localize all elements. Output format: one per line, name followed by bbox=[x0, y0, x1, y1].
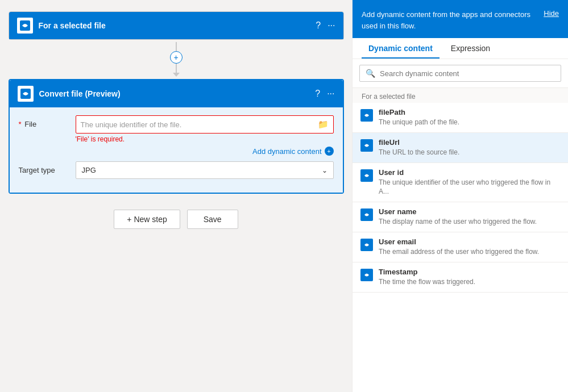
flow-canvas: For a selected file ? ··· + bbox=[0, 0, 352, 392]
file-input-placeholder: The unique identifier of the file. bbox=[81, 120, 318, 129]
item-icon bbox=[360, 269, 373, 281]
connector-line-1 bbox=[176, 42, 177, 51]
trigger-icon bbox=[17, 18, 33, 34]
file-picker-icon[interactable]: 📁 bbox=[318, 119, 329, 130]
convert-icon bbox=[18, 86, 34, 102]
item-icon bbox=[360, 208, 373, 221]
item-name: fileUrl bbox=[379, 138, 459, 147]
trigger-help-icon[interactable]: ? bbox=[316, 20, 321, 31]
panel-header-text: Add dynamic content from the apps and co… bbox=[362, 9, 537, 31]
trigger-card[interactable]: For a selected file ? ··· bbox=[9, 11, 344, 40]
convert-actions: ? ··· bbox=[315, 89, 334, 99]
item-name: User email bbox=[379, 237, 539, 246]
file-label: * File bbox=[19, 115, 76, 128]
panel-hide-button[interactable]: Hide bbox=[544, 9, 559, 18]
item-name: filePath bbox=[379, 108, 459, 116]
right-panel: Add dynamic content from the apps and co… bbox=[352, 0, 568, 392]
item-name: Timestamp bbox=[379, 268, 475, 276]
connector-1: + bbox=[170, 42, 183, 77]
item-name: User id bbox=[379, 168, 560, 177]
convert-body: * File The unique identifier of the file… bbox=[10, 107, 343, 193]
trigger-title: For a selected file bbox=[39, 21, 316, 30]
file-field-wrap: The unique identifier of the file. 📁 'Fi… bbox=[76, 115, 334, 156]
trigger-actions: ? ··· bbox=[316, 20, 335, 31]
bottom-actions: + New step Save bbox=[114, 210, 238, 229]
convert-header: Convert file (Preview) ? ··· bbox=[10, 80, 343, 107]
item-description: The unique path of the file. bbox=[379, 118, 459, 127]
item-description: The time the flow was triggered. bbox=[379, 277, 475, 287]
file-error: 'File' is required. bbox=[76, 135, 334, 143]
target-label: Target type bbox=[19, 161, 76, 174]
item-icon bbox=[360, 139, 373, 152]
dynamic-content-plus: + bbox=[325, 147, 334, 156]
target-chevron-icon: ⌄ bbox=[322, 166, 327, 174]
item-description: The display name of the user who trigger… bbox=[379, 217, 537, 227]
item-description: The email address of the user who trigge… bbox=[379, 247, 539, 257]
add-dynamic-content-link[interactable]: Add dynamic content + bbox=[76, 147, 334, 156]
dynamic-item[interactable]: filePath The unique path of the file. bbox=[353, 103, 568, 133]
target-select[interactable]: JPG ⌄ bbox=[76, 161, 334, 179]
dynamic-item[interactable]: Timestamp The time the flow was triggere… bbox=[353, 262, 568, 293]
trigger-more-icon[interactable]: ··· bbox=[327, 20, 335, 31]
tab-expression[interactable]: Expression bbox=[444, 38, 497, 59]
dynamic-items-list: filePath The unique path of the file. fi… bbox=[353, 103, 568, 392]
convert-help-icon[interactable]: ? bbox=[315, 89, 320, 99]
tab-dynamic-content[interactable]: Dynamic content bbox=[362, 38, 440, 59]
dynamic-item[interactable]: User email The email address of the user… bbox=[353, 232, 568, 262]
dynamic-item[interactable]: fileUrl The URL to the source file. bbox=[353, 133, 568, 163]
required-star: * bbox=[19, 120, 22, 128]
search-input[interactable] bbox=[380, 69, 555, 78]
convert-title: Convert file (Preview) bbox=[39, 89, 316, 98]
search-box[interactable]: 🔍 bbox=[359, 65, 561, 82]
convert-card[interactable]: Convert file (Preview) ? ··· * File The … bbox=[9, 79, 344, 194]
panel-header: Add dynamic content from the apps and co… bbox=[353, 0, 568, 38]
item-description: The URL to the source file. bbox=[379, 148, 459, 157]
target-field-wrap: JPG ⌄ bbox=[76, 161, 334, 179]
item-icon bbox=[360, 109, 373, 122]
new-step-button[interactable]: + New step bbox=[114, 210, 180, 229]
dynamic-item[interactable]: User id The unique identifier of the use… bbox=[353, 163, 568, 203]
search-icon: 🔍 bbox=[366, 69, 375, 78]
connector-line-2 bbox=[176, 64, 177, 73]
target-row: Target type JPG ⌄ bbox=[19, 161, 334, 179]
item-icon bbox=[360, 169, 373, 182]
section-label: For a selected file bbox=[353, 88, 568, 103]
convert-more-icon[interactable]: ··· bbox=[327, 89, 334, 99]
item-name: User name bbox=[379, 207, 537, 216]
connector-arrow bbox=[173, 73, 180, 77]
dynamic-item[interactable]: User name The display name of the user w… bbox=[353, 202, 568, 232]
item-description: The unique identifier of the user who tr… bbox=[379, 178, 560, 197]
add-step-button[interactable]: + bbox=[170, 51, 183, 64]
save-button[interactable]: Save bbox=[187, 210, 238, 229]
panel-tabs: Dynamic content Expression bbox=[353, 38, 568, 59]
file-input[interactable]: The unique identifier of the file. 📁 bbox=[76, 115, 334, 134]
panel-search-area: 🔍 bbox=[353, 59, 568, 88]
target-value: JPG bbox=[82, 166, 96, 174]
item-icon bbox=[360, 239, 373, 251]
file-row: * File The unique identifier of the file… bbox=[19, 115, 334, 156]
trigger-header: For a selected file ? ··· bbox=[9, 12, 343, 39]
